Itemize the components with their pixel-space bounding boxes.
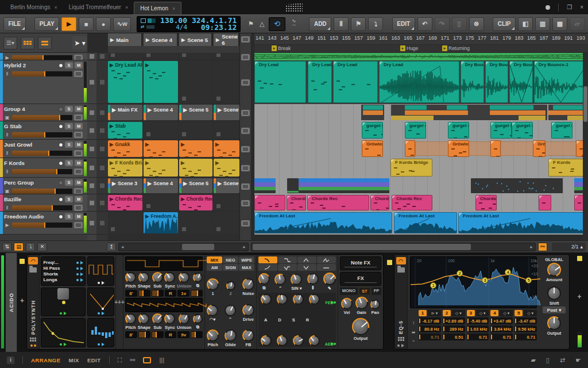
touch-icon[interactable]: ☛ [575, 356, 581, 364]
gain-knob[interactable] [355, 297, 368, 309]
clip-stop-button[interactable] [100, 147, 105, 151]
solo-button[interactable]: S [65, 179, 73, 186]
track-freedom-audio[interactable]: Freedom AudioSM▶ [0, 212, 87, 235]
band-q-value[interactable]: 0.71 [467, 334, 489, 340]
redo-button[interactable]: ↷ [435, 17, 450, 31]
clip-slot[interactable] [214, 122, 239, 139]
✎-knob[interactable] [323, 273, 336, 285]
clip-slot[interactable]: ▶Freedom A... [144, 212, 178, 233]
clip-stop-button[interactable] [90, 147, 94, 151]
add-button[interactable]: ADD [309, 17, 331, 31]
⌃-knob[interactable] [225, 305, 236, 316]
record-button[interactable]: ● [96, 17, 111, 31]
clip-play-icon[interactable]: ▶ [145, 62, 149, 68]
arranger-clip[interactable]: Dry Bounce [485, 61, 508, 103]
record-arm-button[interactable] [59, 63, 63, 68]
arranger-clip[interactable]: Freedom At Last [254, 212, 392, 233]
clip-slot[interactable] [214, 61, 239, 103]
clip-slot[interactable]: ▶Scene 5 [179, 178, 212, 193]
arranger-clip[interactable]: Freedom At Last [458, 212, 588, 233]
clip-stop-button[interactable] [100, 201, 105, 205]
mute-button[interactable]: M [75, 160, 83, 166]
remote-controls-icon[interactable] [30, 338, 36, 342]
unison-knob[interactable] [179, 272, 189, 283]
⧉-knob[interactable] [193, 273, 203, 282]
track-volume-fader[interactable] [12, 71, 72, 76]
mix-mode-mix[interactable]: MIX [207, 256, 222, 263]
arranger-clip[interactable]: Dry Lead [308, 61, 332, 103]
track-menu-button[interactable] [74, 150, 83, 156]
scroll-up-icon[interactable]: ↥ [107, 243, 116, 251]
device-track-label[interactable]: ACIDO [6, 253, 17, 352]
arranger-row[interactable]: Chords RecChords RecChords RecChords Rec… [254, 194, 588, 212]
filter-type-button-4[interactable] [317, 256, 336, 263]
mute-button[interactable]: M [75, 196, 83, 202]
fx-slot[interactable]: FX [340, 272, 381, 286]
device-enable-toggle[interactable] [20, 259, 25, 264]
clip-play-icon[interactable]: ▶ [181, 160, 185, 166]
arranger-clip[interactable]: gurgel stal [448, 122, 469, 139]
record-arm-button[interactable] [59, 214, 63, 219]
mix-mode-sign[interactable]: SIGN [223, 264, 238, 271]
band-number[interactable]: 3 [467, 310, 475, 316]
record-arm-button[interactable] [59, 143, 63, 147]
arranger-row[interactable]: Freedom At LastFreedom At LastFreedom At… [254, 212, 588, 235]
follow-down-icon[interactable]: ⤵ [26, 243, 35, 251]
icon-knob[interactable] [277, 294, 288, 305]
record-arm-button[interactable] [59, 107, 63, 112]
track-volume-fader[interactable] [12, 115, 72, 120]
band-freq-value[interactable]: 9.56 kHz [514, 325, 537, 332]
clip-slot[interactable]: ▶ [179, 140, 212, 157]
osc-value-box[interactable]: 9v [177, 331, 189, 338]
play-menu-button[interactable]: PLAY [34, 17, 59, 31]
mix-mode-neg[interactable]: NEG [223, 256, 238, 263]
clip-play-icon[interactable]: ▶ [181, 196, 185, 202]
arranger-clip[interactable]: Gröwler [362, 140, 383, 157]
clip-stop-button[interactable] [100, 183, 105, 188]
clip-play-icon[interactable]: ▶ [148, 107, 152, 113]
dual-row-toggle[interactable]: ▤ [14, 243, 23, 251]
track-volume-fader[interactable] [12, 205, 72, 210]
track-menu-button[interactable] [74, 222, 83, 228]
metronome-icon[interactable]: △ [258, 20, 266, 28]
arranger-row[interactable]: gurgel stalgurgel stalgurgel stalgurgel … [254, 121, 588, 140]
maximize-button[interactable]: ❐ [567, 4, 572, 10]
noise-knob[interactable] [242, 278, 254, 290]
paste-button[interactable]: ▯ [452, 17, 467, 31]
remote-controls-icon[interactable] [398, 337, 404, 341]
2-knob[interactable] [226, 281, 235, 290]
arranger-clip[interactable] [405, 140, 415, 157]
position-display[interactable]: 324.4.1.71 09:23.12 [192, 17, 237, 31]
shrink-clip-icon[interactable]: ▥ [535, 17, 550, 31]
solo-button[interactable]: S [65, 196, 73, 202]
solo-button[interactable]: S [65, 141, 73, 148]
add-instrument-icon[interactable]: ⫴ [334, 17, 349, 31]
arranger-clip[interactable]: Dry Bounce [461, 61, 484, 103]
post-select[interactable]: Post▾ [543, 306, 566, 313]
arranger-row[interactable]: Dry LeadDry LeadDry LeadDry LeadDry Boun… [254, 60, 588, 104]
single-panel-icon[interactable] [143, 357, 151, 363]
modulators-icon[interactable] [30, 344, 36, 347]
auto-scroll-icon[interactable]: ⤵ [368, 17, 383, 31]
shift-knob[interactable] [547, 286, 561, 300]
cue-marker-huge[interactable]: ▸Huge [400, 45, 418, 51]
zoom-level-display[interactable]: 2/1▴ [552, 243, 586, 251]
clip-slot[interactable]: ▶ [144, 140, 178, 157]
record-arm-button[interactable] [59, 161, 63, 166]
mute-button[interactable]: M [75, 213, 83, 220]
view-arrange[interactable]: ARRANGE [31, 357, 61, 363]
scene-header-scene-5[interactable]: ▶Scene 5 [179, 33, 212, 46]
cue-marker-break[interactable]: ▸Break [272, 45, 291, 51]
record-arm-button[interactable] [59, 181, 63, 185]
note-fx-slot[interactable]: Note FX [340, 256, 381, 270]
mute-button[interactable]: M [75, 141, 83, 148]
transport-display[interactable]: ⇄ 138.00 4/4 324.4.1.71 09:23.12 [137, 16, 241, 32]
clip-play-icon[interactable]: ▶ [148, 181, 152, 186]
clip-slot[interactable]: ▶F Kords Bri... [108, 159, 142, 177]
track-hybrid-2[interactable]: Hybrid 2SM⫴ [0, 60, 87, 104]
clip-play-icon[interactable]: ▶ [218, 181, 222, 186]
reverse-clip-icon[interactable]: ◧ [518, 17, 533, 31]
filter-type-button-5[interactable] [258, 264, 277, 271]
automation-level-icon[interactable]: ⚯ [538, 243, 547, 251]
osc-value-box[interactable]: 8' [125, 331, 137, 338]
